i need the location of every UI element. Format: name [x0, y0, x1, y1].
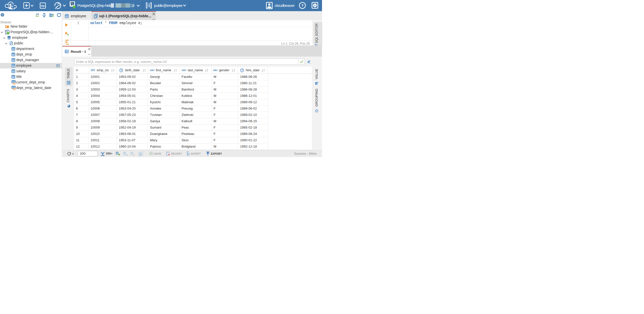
svg-text:SQL: SQL	[41, 5, 45, 7]
svg-text:(+): (+)	[125, 154, 128, 156]
svg-text:?: ?	[301, 3, 304, 8]
